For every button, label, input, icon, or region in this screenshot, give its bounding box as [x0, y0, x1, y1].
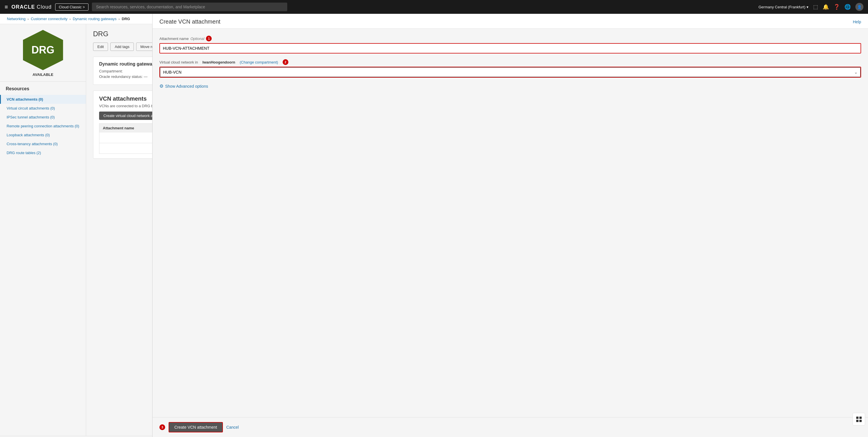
edit-button[interactable]: Edit	[93, 42, 108, 51]
help-widget-inner	[856, 416, 862, 422]
sidebar-nav: VCN attachments (0) Virtual circuit atta…	[0, 95, 86, 157]
panel-footer: 3 Create VCN attachment Cancel	[153, 417, 868, 437]
step-3-badge: 3	[159, 424, 165, 430]
drg-hexagon-icon: DRG	[23, 30, 63, 70]
attachment-name-input[interactable]	[159, 43, 861, 54]
sidebar-link-loopback[interactable]: Loopback attachments (0)	[1, 130, 86, 140]
panel-header: Create VCN attachment Help	[153, 14, 868, 29]
help-dot-4	[859, 420, 862, 422]
breadcrumb-arrow-2: »	[69, 17, 71, 21]
show-advanced-options-button[interactable]: ⚙ Show Advanced options	[159, 83, 208, 89]
advanced-options-label: Show Advanced options	[165, 84, 208, 89]
vcn-select[interactable]: HUB-VCN	[160, 67, 861, 77]
drg-hex-label: DRG	[32, 44, 55, 56]
help-dot-1	[856, 416, 859, 419]
sidebar-item-drg-route-tables[interactable]: DRG route tables (2)	[0, 148, 86, 157]
breadcrumb-dynamic-routing-gateways[interactable]: Dynamic routing gateways	[73, 17, 116, 21]
sliders-icon: ⚙	[159, 83, 163, 89]
sidebar-link-vcn-attachments[interactable]: VCN attachments (0)	[1, 95, 86, 104]
sidebar-link-drg-route-tables[interactable]: DRG route tables (2)	[1, 148, 86, 157]
notification-bell-icon[interactable]: 🔔	[823, 4, 829, 10]
left-panel: DRG AVAILABLE Resources VCN attachments …	[0, 24, 86, 436]
sidebar-link-virtual-circuit[interactable]: Virtual circuit attachments (0)	[1, 104, 86, 113]
help-question-icon[interactable]: ❓	[834, 4, 840, 10]
top-navigation: ≡ ORACLE Cloud Cloud Classic > Germany C…	[0, 0, 868, 14]
help-link[interactable]: Help	[853, 20, 861, 24]
monitor-icon[interactable]: ⬚	[813, 4, 818, 10]
sidebar-link-remote-peering[interactable]: Remote peering connection attachments (0…	[1, 122, 86, 130]
help-dot-3	[856, 420, 859, 422]
sidebar-item-virtual-circuit[interactable]: Virtual circuit attachments (0)	[0, 104, 86, 113]
vcn-selector-group: Virtual cloud network in IwanHoogendoorn…	[159, 59, 861, 78]
sidebar-link-cross-tenancy[interactable]: Cross-tenancy attachments (0)	[1, 140, 86, 148]
avatar[interactable]: 👤	[855, 3, 863, 11]
region-selector[interactable]: Germany Central (Frankfurt) ▾	[758, 5, 809, 9]
attachment-name-label: Attachment name Optional 1	[159, 36, 861, 41]
vcn-label: Virtual cloud network in IwanHoogendoorn…	[159, 59, 861, 65]
create-vcn-button[interactable]: Create virtual cloud network at...	[99, 112, 161, 120]
resources-heading: Resources	[0, 81, 86, 91]
sidebar-item-cross-tenancy[interactable]: Cross-tenancy attachments (0)	[0, 140, 86, 148]
optional-label: Optional	[190, 36, 204, 41]
search-input[interactable]	[92, 3, 287, 11]
breadcrumb-current: DRG	[122, 17, 130, 21]
panel-body: Attachment name Optional 1 Virtual cloud…	[153, 29, 868, 417]
help-widget[interactable]	[852, 413, 865, 426]
cancel-button[interactable]: Cancel	[226, 425, 239, 430]
sidebar-item-vcn-attachments[interactable]: VCN attachments (0)	[0, 95, 86, 104]
breadcrumb-arrow-3: »	[118, 17, 120, 21]
vcn-select-wrapper: HUB-VCN ⌄	[159, 67, 861, 78]
nav-right: Germany Central (Frankfurt) ▾ ⬚ 🔔 ❓ 🌐 👤	[758, 3, 863, 11]
sidebar-item-loopback[interactable]: Loopback attachments (0)	[0, 130, 86, 140]
panel-title: Create VCN attachment	[159, 19, 220, 25]
sidebar-link-ipsec[interactable]: IPSec tunnel attachments (0)	[1, 113, 86, 122]
hamburger-menu-icon[interactable]: ≡	[5, 4, 8, 10]
breadcrumb-networking[interactable]: Networking	[7, 17, 26, 21]
breadcrumb-customer-connectivity[interactable]: Customer connectivity	[31, 17, 67, 21]
change-compartment-link[interactable]: (Change compartment)	[240, 60, 278, 64]
globe-icon[interactable]: 🌐	[844, 4, 851, 10]
attachment-name-group: Attachment name Optional 1	[159, 36, 861, 54]
create-vcn-attachment-panel: Create VCN attachment Help Attachment na…	[152, 14, 868, 437]
breadcrumb-arrow-1: »	[27, 17, 29, 21]
add-tags-button[interactable]: Add tags	[110, 42, 133, 51]
create-vcn-attachment-button[interactable]: Create VCN attachment	[168, 422, 223, 432]
step-1-badge: 1	[206, 36, 212, 41]
sidebar-item-remote-peering[interactable]: Remote peering connection attachments (0…	[0, 122, 86, 130]
drg-status-badge: AVAILABLE	[32, 72, 53, 77]
step-2-badge: 2	[283, 59, 288, 65]
cloud-classic-button[interactable]: Cloud Classic >	[55, 3, 89, 11]
oracle-logo: ORACLE Cloud	[11, 4, 52, 10]
help-dot-2	[859, 416, 862, 419]
sidebar-item-ipsec[interactable]: IPSec tunnel attachments (0)	[0, 113, 86, 122]
